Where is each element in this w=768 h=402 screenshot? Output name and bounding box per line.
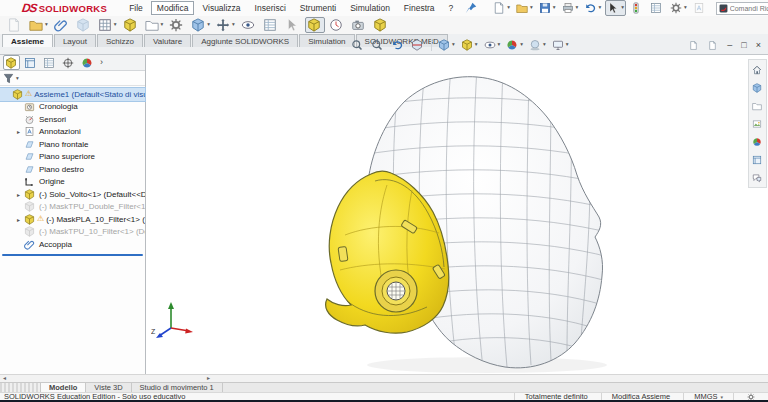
zoom-to-area-button[interactable] [369, 37, 387, 53]
tree-item-cronologia[interactable]: Cronologia [0, 101, 145, 114]
edit-appearance-button[interactable]: ▾ [504, 37, 525, 53]
displaymanager-tab[interactable] [79, 55, 96, 70]
menu-visualizza[interactable]: Visualizza [196, 1, 246, 15]
menu-strumenti[interactable]: Strumenti [294, 1, 342, 15]
view-palette-button[interactable] [750, 115, 765, 132]
hide-show-items-button[interactable]: ▾ [482, 37, 503, 53]
tab-splitter[interactable] [0, 383, 41, 392]
custom-properties-button[interactable] [750, 151, 765, 168]
tree-root-assembly[interactable]: ⚠ Assieme1 (Default<Stato di visuali [0, 88, 145, 101]
menu-file[interactable]: File [123, 1, 149, 15]
tab-layout[interactable]: Layout [54, 34, 96, 47]
reference-geometry-button[interactable]: ▾ [189, 17, 212, 33]
take-snapshot-button[interactable] [349, 17, 369, 33]
home-tab-button[interactable] [750, 61, 765, 78]
filter-dropdown-icon[interactable]: ▾ [16, 75, 19, 81]
doc-minimize-button[interactable]: – [725, 37, 734, 53]
save-button[interactable]: ▾ [537, 0, 558, 16]
mask-assembly-model[interactable] [147, 55, 768, 374]
featuremanager-tab[interactable] [3, 55, 20, 70]
scroll-right-icon[interactable]: ▸ [204, 375, 213, 382]
appearances-button[interactable] [750, 133, 765, 150]
open-document-button[interactable]: ▾ [514, 0, 535, 16]
tab-schizzo[interactable]: Schizzo [97, 34, 143, 47]
edit-component-button[interactable] [5, 17, 25, 33]
menu-help[interactable]: ? [443, 1, 460, 15]
zoom-to-fit-button[interactable] [349, 37, 367, 53]
scroll-left-icon[interactable]: ◂ [0, 375, 9, 382]
tab-assieme[interactable]: Assieme [2, 34, 53, 47]
expand-arrow-icon[interactable]: ▸ [15, 191, 22, 198]
views3d-tab[interactable]: Viste 3D [86, 383, 131, 392]
tree-item-annotazioni[interactable]: ▸ Annotazioni [0, 126, 145, 139]
motion-study-button[interactable] [327, 17, 347, 33]
pin-menu-icon[interactable] [463, 0, 479, 16]
collapse-toolbar-button[interactable] [687, 37, 701, 53]
new-document-button[interactable]: ▾ [491, 0, 512, 16]
menu-modifica[interactable]: Modifica [151, 1, 195, 15]
bill-of-materials-button[interactable] [261, 17, 281, 33]
undo-button[interactable]: ▾ [582, 0, 603, 16]
rollback-bar[interactable] [2, 254, 143, 256]
tree-item-piano-frontale[interactable]: Piano frontale [0, 138, 145, 151]
move-component-button[interactable]: ▾ [214, 17, 237, 33]
tab-simulation[interactable]: Simulation [299, 34, 354, 47]
view-settings-button[interactable]: ▾ [550, 37, 571, 53]
tree-item-solo-volto[interactable]: ▸ (-) Solo_Volto<1> (Default<<D [0, 188, 145, 201]
menu-inserisci[interactable]: Inserisci [249, 1, 292, 15]
previous-view-button[interactable] [389, 37, 407, 53]
exploded-view-button[interactable] [305, 17, 325, 33]
graphics-viewport[interactable]: Z [147, 55, 768, 374]
expand-arrow-icon[interactable]: ▸ [15, 128, 22, 135]
tree-item-piano-destro[interactable]: Piano destro [0, 163, 145, 176]
rebuild-button[interactable] [628, 0, 646, 16]
menu-finestra[interactable]: Finestra [398, 1, 441, 15]
model-tab[interactable]: Modello [41, 383, 86, 392]
show-hidden-components-button[interactable] [239, 17, 259, 33]
smart-components-button[interactable]: ▾ [143, 17, 166, 33]
command-search-box[interactable] [716, 2, 768, 15]
menu-simulation[interactable]: Simulation [344, 1, 396, 15]
search-input[interactable] [730, 4, 768, 13]
expand-arrow-icon[interactable]: ▸ [15, 216, 22, 223]
tree-item-origine[interactable]: Origine [0, 176, 145, 189]
print-button[interactable]: ▾ [560, 0, 581, 16]
tree-item-masktpu-10[interactable]: (-) MaskTPU_10_Filter<1> (Default) [0, 226, 145, 239]
file-explorer-button[interactable] [750, 97, 765, 114]
options-button[interactable]: ▾ [668, 0, 689, 16]
pin-toolbar-button[interactable] [706, 37, 720, 53]
doc-restore-button[interactable]: □ [739, 37, 748, 53]
insert-components-button[interactable]: ▾ [27, 17, 50, 33]
file-properties-button[interactable] [648, 0, 666, 16]
view-orientation-button[interactable]: ▾ [436, 37, 457, 53]
section-view-button[interactable] [409, 37, 427, 53]
tree-item-sensori[interactable]: Sensori [0, 113, 145, 126]
annotation-button[interactable] [691, 0, 709, 16]
tree-item-accoppia[interactable]: Accoppia [0, 238, 145, 251]
display-style-button[interactable]: ▾ [459, 37, 480, 53]
instant3d-button[interactable] [283, 17, 303, 33]
tree-item-piano-superiore[interactable]: Piano superiore [0, 151, 145, 164]
forum-button[interactable] [750, 169, 765, 186]
smart-fasteners-button[interactable] [121, 17, 141, 33]
horizontal-scrollbar[interactable]: ◂ ▸ [0, 374, 768, 382]
tab-valutare[interactable]: Valutare [144, 34, 191, 47]
motion-study-tab[interactable]: Studio di movimento 1 [132, 383, 223, 392]
tab-aggiunte-solidworks[interactable]: Aggiunte SOLIDWORKS [192, 34, 298, 47]
component-preview-button[interactable] [74, 17, 94, 33]
design-library-button[interactable] [750, 79, 765, 96]
assembly-features-button[interactable] [167, 17, 187, 33]
configurationmanager-tab[interactable] [41, 55, 58, 70]
dimxpertmanager-tab[interactable] [60, 55, 77, 70]
mate-button[interactable] [52, 17, 72, 33]
update-speedpak-button[interactable] [371, 17, 391, 33]
tree-item-masktpu-double[interactable]: (-) MaskTPU_Double_Filter<1> (Def [0, 201, 145, 214]
propertymanager-tab[interactable] [22, 55, 39, 70]
doc-close-button[interactable]: × [754, 37, 763, 53]
linear-component-pattern-button[interactable]: ▾ [96, 17, 119, 33]
filter-funnel-icon[interactable] [3, 73, 14, 84]
tree-item-maskpla-10[interactable]: ▸ ⚠ (-) MaskPLA_10_Filter<1> (Defa [0, 213, 145, 226]
panel-expand-button[interactable]: › [98, 55, 105, 70]
select-tool-button[interactable]: ▾ [605, 0, 626, 16]
apply-scene-button[interactable]: ▾ [527, 37, 548, 53]
